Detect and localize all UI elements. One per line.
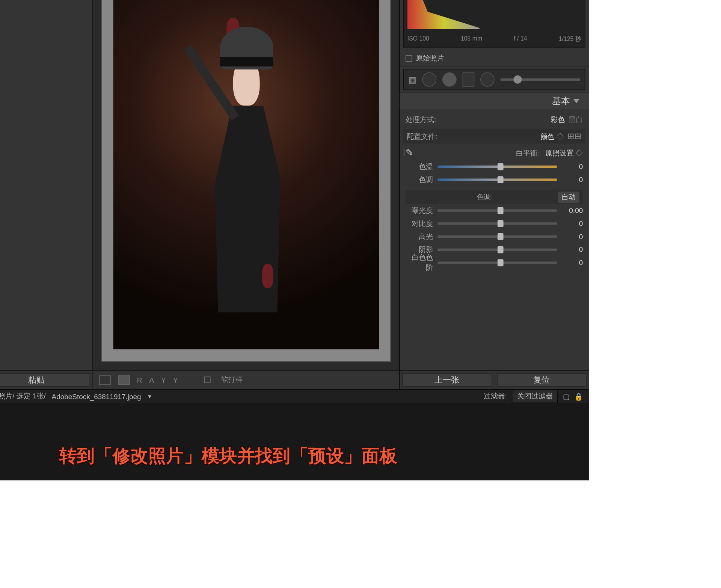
soft-proof-checkbox[interactable] bbox=[204, 377, 210, 383]
filmstrip-bar: 1 2 ⊞ ◀ ▶ 上一次导入 1张照片/ 选定 1张/ AdobeStock_… bbox=[0, 389, 589, 403]
preset-item[interactable]: 黑白 高对比度 bbox=[0, 64, 92, 78]
preset-group[interactable]: 暗角 bbox=[0, 218, 92, 232]
slider-色温[interactable]: 色温0 bbox=[406, 160, 583, 173]
preset-group[interactable]: 曲线 bbox=[0, 261, 92, 275]
histo-fstop: f / 14 bbox=[514, 35, 527, 43]
flag-r[interactable]: R bbox=[137, 375, 142, 384]
spot-tool-icon[interactable] bbox=[422, 72, 436, 87]
slider-白色色阶[interactable]: 白色色阶0 bbox=[406, 256, 583, 269]
presets-list: 收藏夹颜色创意黑白黑白 风景黑白 高对比度黑白 穿透黑白 低对比度黑白 平滑黑白… bbox=[0, 0, 92, 292]
tool-strip: ▦ bbox=[403, 69, 585, 90]
loupe-view[interactable] bbox=[93, 0, 399, 370]
preset-group[interactable]: 锐化 bbox=[0, 275, 92, 289]
slider-曝光度[interactable]: 曝光度0.00 bbox=[406, 204, 583, 217]
redeye-tool-icon[interactable] bbox=[442, 72, 457, 87]
preset-group[interactable]: 黑白 bbox=[0, 36, 92, 50]
preset-item[interactable]: 黑白 红外线 bbox=[0, 135, 92, 149]
left-panel: 导航器 适合 100% 300% 预设 + 2 收藏夹颜色创意黑白黑白 风景黑白… bbox=[0, 0, 93, 389]
filmstrip[interactable]: 转到「修改照片」模块并找到「预设」面板 bbox=[0, 403, 589, 480]
preset-group[interactable]: 光学 bbox=[0, 232, 92, 247]
slider-色调[interactable]: 色调0 bbox=[406, 173, 583, 186]
treatment-bw[interactable]: 黑白 bbox=[569, 115, 583, 124]
filter-select[interactable]: 关闭过滤器 bbox=[512, 390, 558, 403]
filter-lock-icon[interactable]: 🔒 bbox=[574, 392, 583, 401]
preset-item[interactable]: 黑白 风景 bbox=[0, 50, 92, 64]
histo-shutter: 1/125 秒 bbox=[559, 35, 581, 43]
filmstrip-file[interactable]: AdobeStock_63811917.jpeg bbox=[52, 392, 141, 401]
auto-tone-button[interactable]: 自动 bbox=[558, 191, 579, 202]
preset-group[interactable]: 颜色 bbox=[0, 7, 92, 21]
view-mode-before-after[interactable] bbox=[118, 375, 130, 384]
grad-tool-icon[interactable] bbox=[463, 72, 475, 87]
preset-group[interactable]: 颗粒 bbox=[0, 247, 92, 261]
soft-proof-label: 软打样 bbox=[221, 375, 243, 385]
original-photo-label: 原始照片 bbox=[416, 53, 444, 63]
previous-button[interactable]: 上一张 bbox=[402, 373, 492, 386]
histo-focal: 105 mm bbox=[461, 35, 482, 43]
histo-iso: ISO 100 bbox=[407, 35, 429, 43]
tone-heading: 色调 bbox=[409, 192, 558, 202]
original-photo-checkbox[interactable] bbox=[406, 55, 412, 62]
preset-item[interactable]: 黑白 柔和 bbox=[0, 121, 92, 135]
basic-header[interactable]: 基本 bbox=[400, 93, 589, 109]
flag-y2[interactable]: Y bbox=[173, 375, 178, 384]
filter-label: 过滤器: bbox=[484, 391, 507, 401]
wb-value[interactable]: 原照设置 bbox=[545, 149, 574, 157]
profile-value[interactable]: 颜色 bbox=[540, 132, 555, 140]
filter-switch-icon[interactable]: ▢ bbox=[563, 392, 569, 401]
view-mode-loupe[interactable] bbox=[99, 375, 111, 384]
preset-item[interactable]: 黑白 拆分色调 bbox=[0, 178, 92, 192]
reset-button[interactable]: 复位 bbox=[496, 373, 586, 386]
filmstrip-info: 上一次导入 1张照片/ 选定 1张/ bbox=[0, 391, 46, 401]
histogram[interactable]: ISO 100 105 mm f / 14 1/125 秒 bbox=[403, 0, 585, 48]
slider-对比度[interactable]: 对比度0 bbox=[406, 217, 583, 230]
preset-group[interactable]: 创意 bbox=[0, 21, 92, 36]
preset-item[interactable]: 黑白 棕褐色调 bbox=[0, 164, 92, 178]
treatment-label: 处理方式: bbox=[406, 115, 436, 125]
profile-browser-icon[interactable]: ⊞⊞ bbox=[567, 131, 582, 140]
preset-item[interactable]: 黑白 穿透 bbox=[0, 78, 92, 93]
slider-高光[interactable]: 高光0 bbox=[406, 230, 583, 243]
main-photo bbox=[113, 0, 379, 349]
flag-y1[interactable]: Y bbox=[161, 375, 166, 384]
preset-item[interactable]: 黑白 硒色调 bbox=[0, 149, 92, 164]
mask-slider[interactable] bbox=[501, 78, 580, 81]
preset-item[interactable]: 黑白 低对比度 bbox=[0, 93, 92, 107]
right-panel: 直方图 ISO 100 105 mm f / 14 1/125 秒 原始照片 ▦ bbox=[399, 0, 589, 389]
flag-a[interactable]: A bbox=[149, 375, 154, 384]
profile-label: 配置文件: bbox=[407, 131, 437, 142]
crop-tool-icon[interactable]: ▦ bbox=[409, 75, 416, 84]
paste-button[interactable]: 粘贴 bbox=[0, 373, 90, 386]
preset-group[interactable]: 默认值 bbox=[0, 198, 92, 213]
wb-eyedropper-icon[interactable]: ⃒✎ bbox=[406, 147, 418, 159]
radial-tool-icon[interactable] bbox=[480, 72, 495, 87]
treatment-color[interactable]: 彩色 bbox=[551, 115, 565, 124]
preset-item[interactable]: 黑白 平滑 bbox=[0, 107, 92, 121]
instruction-text: 转到「修改照片」模块并找到「预设」面板 bbox=[59, 444, 397, 469]
toolbar: R A Y Y 软打样 bbox=[93, 370, 399, 389]
